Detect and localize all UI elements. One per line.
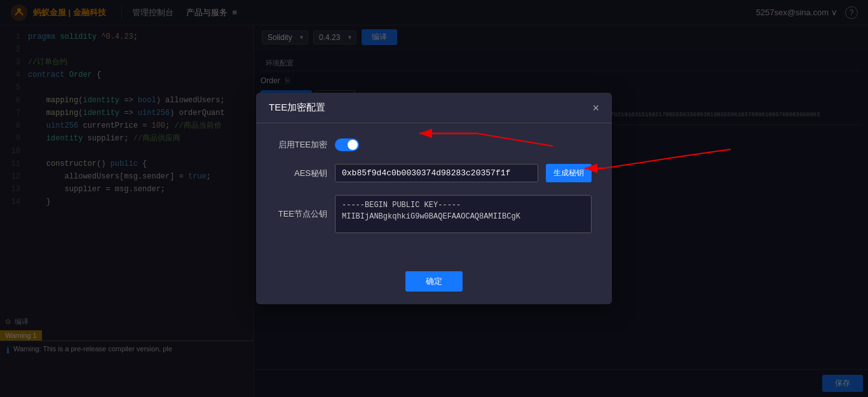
enable-tee-row: 启用TEE加密 [276, 138, 592, 151]
tee-pubkey-textarea[interactable]: -----BEGIN PUBLIC KEY----- MIIBIjANBgkqh… [335, 195, 592, 233]
svg-line-6 [604, 156, 686, 168]
confirm-button[interactable]: 确定 [405, 271, 463, 292]
aes-key-row: AES秘钥 生成秘钥 [276, 164, 592, 182]
modal-overlay: TEE加密配置 × 启用TEE加密 AES秘钥 生成秘钥 TEE节点公钥 ---… [0, 0, 868, 397]
aes-key-label: AES秘钥 [276, 168, 327, 179]
enable-tee-label: 启用TEE加密 [276, 139, 327, 151]
tee-pubkey-label: TEE节点公钥 [276, 208, 327, 220]
aes-key-input[interactable] [335, 164, 538, 182]
modal-header: TEE加密配置 × [256, 93, 612, 123]
modal-body: 启用TEE加密 AES秘钥 生成秘钥 TEE节点公钥 -----BEGIN PU… [256, 123, 612, 261]
tee-pubkey-row: TEE节点公钥 -----BEGIN PUBLIC KEY----- MIIBI… [276, 195, 592, 233]
modal-close-button[interactable]: × [592, 102, 599, 114]
tee-toggle[interactable] [335, 138, 359, 151]
toggle-knob [348, 140, 358, 150]
tee-config-modal: TEE加密配置 × 启用TEE加密 AES秘钥 生成秘钥 TEE节点公钥 ---… [256, 93, 612, 304]
generate-key-button[interactable]: 生成秘钥 [546, 164, 592, 182]
modal-footer: 确定 [256, 261, 612, 304]
modal-title: TEE加密配置 [269, 102, 325, 114]
svg-line-7 [686, 149, 731, 156]
